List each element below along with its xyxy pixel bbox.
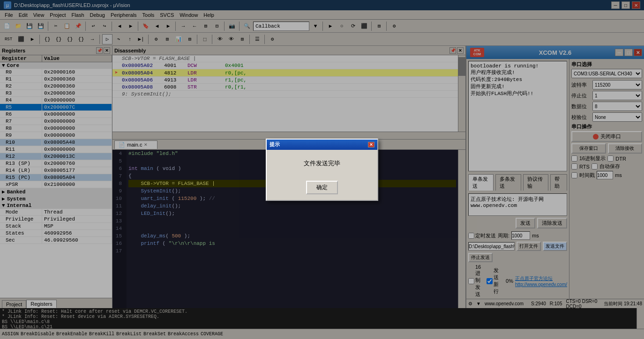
dialog-buttons: 确定	[267, 177, 377, 200]
dialog-ok-btn[interactable]: 确定	[306, 181, 338, 194]
dialog-message: 文件发送完毕	[304, 160, 340, 167]
dialog-titlebar: 提示 ✕	[267, 140, 377, 150]
dialog-content: 文件发送完毕	[267, 150, 377, 177]
dialog-close-btn[interactable]: ✕	[368, 142, 374, 147]
dialog: 提示 ✕ 文件发送完毕 确定	[266, 139, 378, 201]
dialog-title: 提示	[270, 141, 280, 148]
dialog-overlay: 提示 ✕ 文件发送完毕 确定	[0, 0, 644, 339]
